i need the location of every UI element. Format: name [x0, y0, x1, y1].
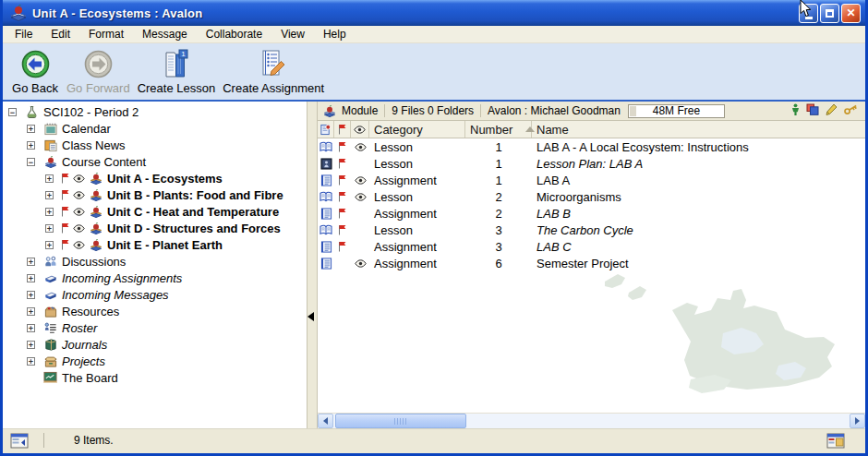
- expander-plus-icon[interactable]: +: [45, 224, 54, 233]
- tree-item[interactable]: + Unit E - Planet Earth: [3, 236, 307, 253]
- tree-item-label[interactable]: The Board: [62, 371, 118, 385]
- create-lesson-button[interactable]: 1 Create Lesson: [135, 47, 219, 95]
- tree-item[interactable]: + Incoming Messages: [3, 286, 307, 303]
- tree-item[interactable]: + Unit D - Structures and Forces: [3, 220, 307, 236]
- name-column-header[interactable]: Name: [532, 121, 865, 138]
- tree-item-label[interactable]: Unit C - Heat and Temperature: [107, 205, 279, 219]
- menu-item-help[interactable]: Help: [314, 26, 356, 42]
- tree-item[interactable]: + Roster: [3, 319, 307, 336]
- scrollbar-thumb[interactable]: [335, 414, 466, 428]
- tree-item[interactable]: + Unit A - Ecosystems: [3, 170, 307, 186]
- number-column-header[interactable]: Number: [465, 121, 532, 138]
- eye-icon: [73, 241, 85, 249]
- go-forward-button[interactable]: Go Forward: [64, 47, 133, 95]
- item-name[interactable]: LAB A: [536, 174, 570, 187]
- item-name[interactable]: LAB C: [536, 240, 572, 254]
- item-name[interactable]: LAB A - A Local Ecosystem: Instructions: [536, 140, 749, 154]
- tree-item[interactable]: − Course Content: [3, 153, 307, 170]
- tree-item-label[interactable]: Incoming Assignments: [62, 271, 182, 285]
- tree-item[interactable]: + Resources: [3, 303, 307, 319]
- expander-minus-icon[interactable]: −: [27, 158, 35, 166]
- maximize-button[interactable]: [820, 4, 839, 23]
- expander-plus-icon[interactable]: +: [27, 291, 35, 299]
- scroll-right-button[interactable]: [850, 414, 865, 428]
- tree-item-label[interactable]: Journals: [62, 338, 107, 352]
- expander-minus-icon[interactable]: −: [8, 108, 17, 116]
- panel-toggle-icon[interactable]: [10, 433, 29, 449]
- menu-item-file[interactable]: File: [6, 26, 42, 42]
- create-assignment-button[interactable]: Create Assignment: [220, 47, 327, 95]
- close-button[interactable]: ✕: [841, 4, 861, 23]
- menu-item-edit[interactable]: Edit: [42, 26, 79, 42]
- horizontal-scrollbar[interactable]: [318, 413, 865, 428]
- tree-item-label[interactable]: Projects: [62, 354, 105, 368]
- expander-plus-icon[interactable]: +: [27, 125, 35, 133]
- used-space-bar: [630, 106, 636, 116]
- item-name[interactable]: Lesson Plan: LAB A: [536, 157, 643, 171]
- list-item-row[interactable]: Assignment 1 LAB A: [318, 172, 865, 188]
- expander-plus-icon[interactable]: +: [27, 357, 35, 366]
- tree-item-label[interactable]: Course Content: [62, 155, 146, 169]
- flag-column-header[interactable]: [334, 121, 351, 138]
- category-column-header[interactable]: Category: [369, 121, 465, 138]
- item-name[interactable]: Semester Project: [536, 257, 629, 270]
- tree-item-label[interactable]: Unit D - Structures and Forces: [107, 222, 281, 235]
- tree-item[interactable]: + Calendar: [3, 120, 307, 137]
- tree-item-label[interactable]: SCI102 - Period 2: [43, 105, 139, 119]
- expander-plus-icon[interactable]: +: [45, 208, 54, 216]
- item-name[interactable]: Microorganisms: [536, 190, 621, 204]
- expander-plus-icon[interactable]: +: [27, 258, 35, 266]
- list-item-row[interactable]: Lesson 3 The Carbon Cycle: [318, 222, 865, 238]
- expander-plus-icon[interactable]: +: [27, 307, 35, 316]
- list-item-row[interactable]: Assignment 6 Semester Project: [318, 255, 865, 271]
- list-item-row[interactable]: Lesson 1 LAB A - A Local Ecosystem: Inst…: [318, 138, 865, 155]
- tree-item-label[interactable]: Unit B - Plants: Food and Fibre: [107, 188, 283, 202]
- tree-item-label[interactable]: Incoming Messages: [62, 288, 169, 302]
- menu-item-message[interactable]: Message: [133, 26, 197, 42]
- course-content-icon: [42, 155, 58, 169]
- panel-splitter[interactable]: [307, 102, 318, 428]
- menu-item-collaborate[interactable]: Collaborate: [197, 26, 271, 42]
- tree-item-label[interactable]: Discussions: [62, 255, 126, 269]
- item-name[interactable]: LAB B: [536, 207, 571, 221]
- expander-plus-icon[interactable]: +: [27, 274, 35, 282]
- list-item-row[interactable]: Assignment 3 LAB C: [318, 238, 865, 255]
- tree-item-label[interactable]: Class News: [62, 138, 126, 152]
- tree-item[interactable]: + Class News: [3, 137, 307, 153]
- tree-item-label[interactable]: Resources: [62, 305, 119, 318]
- expander-plus-icon[interactable]: +: [45, 174, 54, 183]
- journals-icon: [42, 338, 58, 352]
- tree-item[interactable]: + Unit C - Heat and Temperature: [3, 203, 307, 220]
- eye-column-header[interactable]: [351, 121, 369, 138]
- item-type-column-header[interactable]: [318, 121, 334, 138]
- tree-item[interactable]: + Journals: [3, 336, 307, 353]
- tree-item-label[interactable]: Unit A - Ecosystems: [107, 172, 223, 186]
- tree-item[interactable]: + Unit B - Plants: Food and Fibre: [3, 186, 307, 203]
- list-item-row[interactable]: Lesson 1 Lesson Plan: LAB A: [318, 155, 865, 172]
- tree-item[interactable]: + Incoming Assignments: [3, 270, 307, 286]
- expander-plus-icon[interactable]: +: [27, 141, 35, 150]
- window-layout-icon[interactable]: [826, 433, 845, 449]
- item-number: 3: [465, 238, 532, 255]
- expander-plus-icon[interactable]: +: [27, 341, 35, 349]
- go-back-button[interactable]: Go Back: [8, 47, 62, 95]
- collapse-left-icon[interactable]: [307, 312, 314, 321]
- tree-item[interactable]: − SCI102 - Period 2: [3, 103, 307, 120]
- expander-plus-icon[interactable]: +: [27, 324, 35, 332]
- eye-icon: [73, 224, 85, 233]
- tree-item-label[interactable]: Unit E - Planet Earth: [107, 238, 223, 252]
- menu-item-format[interactable]: Format: [79, 26, 133, 42]
- tree-item[interactable]: The Board: [3, 369, 307, 386]
- expander-plus-icon[interactable]: +: [45, 191, 54, 199]
- tree-item-label[interactable]: Calendar: [62, 122, 111, 136]
- minimize-button[interactable]: [799, 4, 818, 23]
- tree-item-label[interactable]: Roster: [62, 321, 97, 335]
- item-name[interactable]: The Carbon Cycle: [536, 223, 633, 237]
- list-item-row[interactable]: Lesson 2 Microorganisms: [318, 188, 865, 205]
- tree-item[interactable]: + Discussions: [3, 253, 307, 270]
- list-item-row[interactable]: Assignment 2 LAB B: [318, 205, 865, 222]
- scroll-left-button[interactable]: [318, 414, 333, 428]
- tree-item[interactable]: + Projects: [3, 353, 307, 369]
- menu-item-view[interactable]: View: [271, 26, 314, 42]
- expander-plus-icon[interactable]: +: [45, 241, 54, 249]
